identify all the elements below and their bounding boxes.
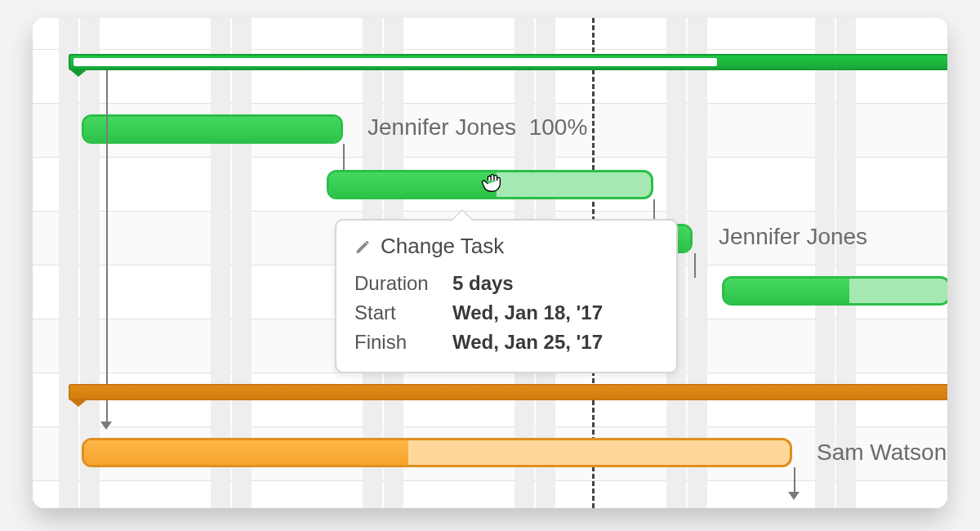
task-tooltip: Change Task Duration5 days StartWed, Jan…: [335, 219, 678, 373]
summary-bar-1[interactable]: [69, 54, 947, 70]
task-bar-5[interactable]: [82, 438, 792, 467]
pencil-icon: [354, 238, 372, 256]
task-label-5-assignee: Sam Watson: [817, 440, 947, 466]
task-bar-4[interactable]: [722, 276, 947, 306]
task-label-1-assignee: Jennifer Jones 100%: [368, 114, 587, 141]
tooltip-start-value: Wed, Jan 18, '17: [452, 298, 603, 328]
tooltip-finish-label: Finish: [354, 328, 452, 357]
tooltip-duration-value: 5 days: [452, 269, 514, 298]
grab-cursor-icon: [480, 170, 505, 194]
tooltip-start-label: Start: [354, 298, 452, 328]
tooltip-title: Change Task: [381, 234, 504, 259]
summary-bar-2[interactable]: [69, 384, 947, 400]
tooltip-finish-value: Wed, Jan 25, '17: [452, 328, 603, 357]
tooltip-duration-label: Duration: [354, 269, 452, 298]
gantt-chart[interactable]: Jennifer Jones 100% Jennifer Jones Sam W…: [33, 18, 947, 508]
task-label-3-assignee: Jennifer Jones: [719, 224, 867, 250]
task-bar-1[interactable]: [82, 114, 343, 144]
